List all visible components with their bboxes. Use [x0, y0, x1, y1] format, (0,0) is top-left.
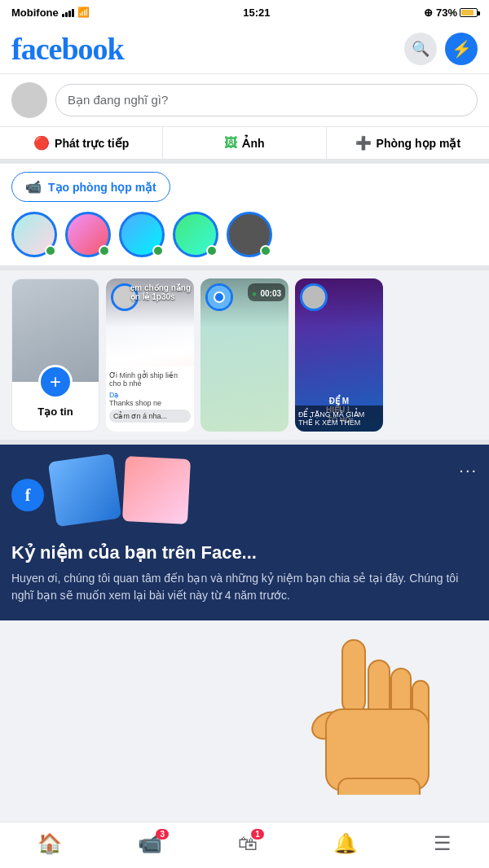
- signal-bar-4: [72, 9, 74, 17]
- story-avatar-ring-2: [205, 283, 233, 311]
- photo-button[interactable]: 🖼 Ảnh: [163, 127, 326, 159]
- memory-photo-1: [48, 454, 121, 527]
- story-avatar-item[interactable]: [119, 212, 165, 257]
- create-story-card[interactable]: + Tạo tin: [11, 278, 99, 432]
- memory-card: f ... Kỷ niệm của bạn trên Face... Huyen…: [0, 445, 489, 620]
- memory-photos: [52, 458, 189, 523]
- story-card-3[interactable]: ĐỂ MHIỂU LTÔ HO ĐỂ TẶNG MÃ GIẢMTHẺ K XEM…: [295, 278, 383, 432]
- plus-circle-icon: +: [38, 365, 73, 399]
- online-dot: [99, 245, 110, 256]
- story-card-1[interactable]: Ơi Minh gởi ship liền cho b nhé Dạ Thank…: [106, 278, 194, 432]
- online-dot: [206, 245, 218, 256]
- story-avatar-item[interactable]: [227, 212, 272, 257]
- action-buttons-row: 🔴 Phát trực tiếp 🖼 Ảnh ➕ Phòng họp mặt: [0, 127, 489, 164]
- status-time: 15:21: [243, 7, 270, 19]
- photo-icon: 🖼: [224, 136, 237, 151]
- story-avatar-ring-3: [300, 283, 328, 311]
- create-room-label: Tạo phòng họp mặt: [48, 181, 156, 194]
- battery-container: 73%: [436, 7, 478, 19]
- signal-bar-2: [65, 12, 68, 17]
- memory-title: Kỷ niệm của bạn trên Face...: [11, 542, 478, 563]
- location-icon: ⊕: [424, 7, 433, 19]
- user-avatar: [11, 82, 47, 118]
- memory-header: f: [11, 458, 478, 533]
- live-icon: 🔴: [33, 135, 50, 151]
- room-label: Phòng họp mặt: [377, 137, 461, 150]
- create-story-label: Tạo tin: [37, 406, 73, 418]
- live-button[interactable]: 🔴 Phát trực tiếp: [0, 127, 163, 159]
- status-right: ⊕ 73%: [424, 7, 478, 19]
- live-label: Phát trực tiếp: [55, 137, 129, 150]
- status-left: Mobifone 📶: [11, 7, 90, 19]
- battery-percent: 73%: [436, 7, 457, 19]
- battery-icon: [460, 8, 478, 17]
- battery-fill: [461, 10, 474, 15]
- fb-circle-icon: f: [11, 479, 44, 511]
- stories-section: 📹 Tạo phòng họp mặt: [0, 164, 489, 270]
- post-placeholder: Bạn đang nghĩ gì?: [68, 93, 168, 107]
- facebook-logo: facebook: [11, 31, 124, 67]
- story-overlay-text-1: em chống nắngọn lẻ 1p30s: [130, 283, 191, 301]
- search-button[interactable]: 🔍: [404, 33, 437, 65]
- online-dot: [45, 245, 56, 256]
- post-input[interactable]: Bạn đang nghĩ gì?: [55, 84, 478, 116]
- story-avatars: [11, 212, 478, 257]
- online-dot: [152, 245, 164, 256]
- signal-bars: [62, 7, 74, 17]
- header-icons: 🔍 ⚡: [404, 33, 478, 65]
- room-icon: ➕: [355, 135, 372, 151]
- signal-bar-1: [62, 14, 64, 17]
- memory-dots-button[interactable]: ...: [459, 458, 478, 476]
- story-avatar-item[interactable]: [11, 212, 57, 257]
- photo-label: Ảnh: [242, 137, 264, 150]
- signal-bar-3: [68, 11, 71, 17]
- messenger-button[interactable]: ⚡: [445, 33, 478, 65]
- room-button[interactable]: ➕ Phòng họp mặt: [327, 127, 489, 159]
- online-dot: [260, 245, 271, 256]
- story-avatar-item[interactable]: [65, 212, 111, 257]
- status-bar: Mobifone 📶 15:21 ⊕ 73%: [0, 0, 489, 24]
- story-card-2[interactable]: ● 00:03: [200, 278, 289, 432]
- stories-cards-row: + Tạo tin Ơi Minh gởi ship liền cho b nh…: [0, 270, 489, 445]
- app-header: facebook 🔍 ⚡: [0, 24, 489, 74]
- story-avatar-item[interactable]: [173, 212, 218, 257]
- create-room-button[interactable]: 📹 Tạo phòng họp mặt: [11, 172, 170, 202]
- memory-body: Huyen ơi, chúng tôi quan tâm đến bạn và …: [11, 570, 478, 604]
- create-room-icon: 📹: [25, 179, 42, 195]
- memory-photo-2: [122, 456, 191, 524]
- carrier-label: Mobifone: [11, 7, 59, 19]
- post-box: Bạn đang nghĩ gì?: [0, 74, 489, 127]
- wifi-icon: 📶: [77, 7, 90, 18]
